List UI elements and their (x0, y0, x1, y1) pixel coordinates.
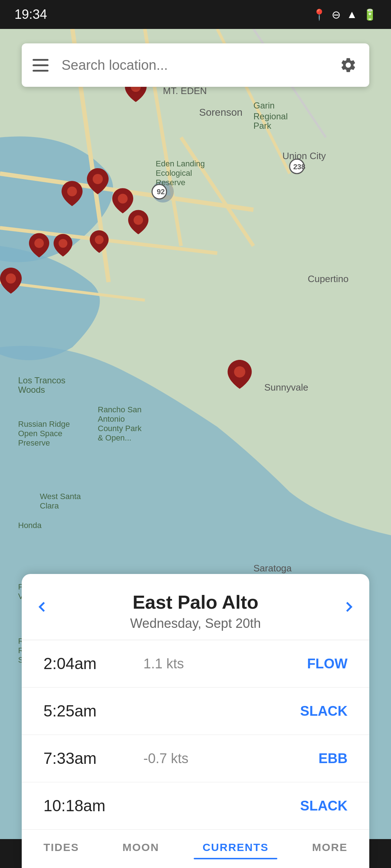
location-title: East Palo Alto (43, 591, 348, 613)
svg-point-50 (34, 238, 44, 248)
row-time-3: 10:18am (43, 797, 138, 815)
settings-button[interactable] (338, 55, 358, 75)
row-time-0: 2:04am (43, 655, 138, 673)
svg-point-46 (93, 174, 103, 184)
svg-point-51 (59, 239, 67, 248)
menu-line-1 (33, 59, 49, 61)
sheet-header: East Palo Alto Wednesday, Sept 20th (22, 574, 369, 640)
tab-bar: TIDES MOON CURRENTS MORE (22, 830, 369, 868)
current-row-3: 10:18am SLACK (22, 782, 369, 830)
battery-icon: 🔋 (363, 8, 377, 21)
tab-active-indicator (194, 858, 277, 859)
menu-line-2 (33, 64, 49, 66)
menu-icon[interactable] (33, 55, 53, 75)
location-icon: 📍 (312, 8, 326, 21)
status-icons: 📍 ⊖ ▲ 🔋 (312, 8, 377, 21)
row-type-0: FLOW (307, 656, 348, 672)
tab-label-1: MOON (122, 841, 159, 854)
current-row-1: 5:25am SLACK (22, 688, 369, 735)
row-time-1: 5:25am (43, 702, 138, 720)
row-speed-0: 1.1 kts (143, 656, 307, 672)
current-row-0: 2:04am 1.1 kts FLOW (22, 640, 369, 688)
menu-line-3 (33, 70, 49, 72)
status-bar: 19:34 📍 ⊖ ▲ 🔋 (0, 0, 391, 29)
svg-point-54 (234, 366, 245, 378)
row-type-2: EBB (319, 751, 348, 766)
status-time: 19:34 (14, 7, 47, 22)
currents-rows: 2:04am 1.1 kts FLOW 5:25am SLACK 7:33am … (22, 640, 369, 830)
next-day-button[interactable] (337, 595, 361, 618)
tab-currents[interactable]: CURRENTS (194, 838, 277, 856)
wifi-icon: ▲ (346, 8, 357, 21)
tab-label-2: CURRENTS (202, 841, 269, 854)
current-row-2: 7:33am -0.7 kts EBB (22, 735, 369, 782)
svg-point-48 (118, 194, 127, 204)
bottom-sheet: East Palo Alto Wednesday, Sept 20th 2:04… (22, 574, 369, 868)
row-time-2: 7:33am (43, 749, 138, 767)
svg-point-53 (6, 273, 16, 284)
date-subtitle: Wednesday, Sept 20th (43, 616, 348, 631)
tab-label-0: TIDES (43, 841, 79, 854)
svg-point-47 (67, 187, 77, 196)
tab-more[interactable]: MORE (303, 838, 356, 856)
tab-label-3: MORE (312, 841, 348, 854)
search-bar (22, 43, 369, 87)
tab-tides[interactable]: TIDES (35, 838, 88, 856)
row-speed-2: -0.7 kts (143, 751, 319, 766)
tab-moon[interactable]: MOON (114, 838, 168, 856)
svg-point-52 (95, 235, 104, 244)
dnd-icon: ⊖ (332, 8, 341, 21)
search-input[interactable] (62, 58, 338, 73)
row-type-1: SLACK (300, 703, 348, 719)
svg-point-49 (134, 215, 143, 225)
row-type-3: SLACK (300, 798, 348, 814)
prev-day-button[interactable] (30, 595, 54, 618)
